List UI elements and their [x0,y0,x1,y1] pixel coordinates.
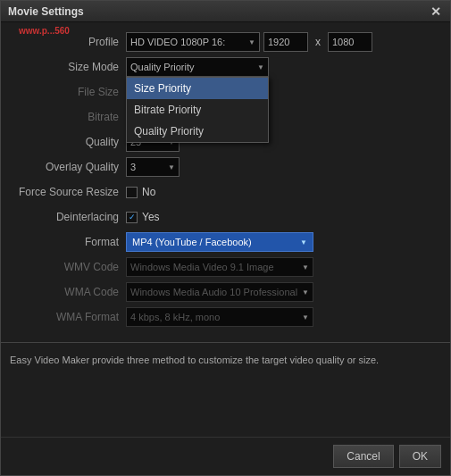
form-content: Profile HD VIDEO 1080P 16: ▼ 1920 x 1080… [1,22,450,337]
ok-button[interactable]: OK [399,445,441,468]
wma-format-label: WMA Format [10,311,126,323]
movie-settings-window: Movie Settings ✕ www.p...560 Profile HD … [0,0,451,476]
dropdown-item-quality-priority[interactable]: Quality Priority [127,121,268,142]
deinterlacing-row: Deinterlacing ✓ Yes [10,205,441,230]
footer-text: Easy Video Maker provide three method to… [1,348,450,437]
title-bar: Movie Settings ✕ [1,1,450,22]
footer-separator [1,342,450,343]
size-mode-dropdown: Size Priority Bitrate Priority Quality P… [126,77,269,143]
format-select[interactable]: MP4 (YouTube / Facebook) ▼ [126,232,313,252]
profile-controls: HD VIDEO 1080P 16: ▼ 1920 x 1080 [126,32,372,52]
deinterlacing-label: Deinterlacing [10,211,126,223]
size-mode-row: Size Mode Quality Priority ▼ Size Priori… [10,54,441,79]
watermark: www.p...560 [19,26,70,36]
deinterlacing-control: ✓ Yes [126,211,160,223]
wmv-code-select: Windows Media Video 9.1 Image ▼ [126,257,313,277]
size-mode-select[interactable]: Quality Priority ▼ [126,57,269,77]
wma-code-label: WMA Code [10,286,126,298]
overlay-quality-row: Overlay Quality 3 ▼ [10,154,441,180]
wma-code-arrow-icon: ▼ [302,288,309,296]
deinterlacing-value: Yes [142,211,160,223]
profile-select[interactable]: HD VIDEO 1080P 16: ▼ [126,32,260,52]
wmv-code-arrow-icon: ▼ [302,263,309,271]
wma-format-arrow-icon: ▼ [302,313,309,322]
force-source-label: Force Source Resize [10,186,126,198]
format-row: Format MP4 (YouTube / Facebook) ▼ [10,230,441,255]
quality-label: Quality [10,136,126,148]
dropdown-item-bitrate-priority[interactable]: Bitrate Priority [127,99,268,121]
cancel-button[interactable]: Cancel [333,445,393,468]
wma-format-select: 4 kbps, 8 kHz, mono ▼ [126,307,313,327]
profile-row: Profile HD VIDEO 1080P 16: ▼ 1920 x 1080 [10,29,441,54]
wmv-code-row: WMV Code Windows Media Video 9.1 Image ▼ [10,255,441,280]
wma-format-row: WMA Format 4 kbps, 8 kHz, mono ▼ [10,305,441,330]
width-field[interactable]: 1920 [263,32,308,52]
format-label: Format [10,236,126,248]
overlay-quality-arrow-icon: ▼ [168,163,175,171]
window-title: Movie Settings [8,5,84,18]
size-mode-label: Size Mode [10,61,126,73]
wma-code-select: Windows Media Audio 10 Professional ▼ [126,282,313,302]
size-mode-arrow-icon: ▼ [257,63,264,71]
buttons-row: Cancel OK [1,437,450,475]
file-size-label: File Size [10,86,126,98]
force-source-value: No [142,186,155,198]
force-source-row: Force Source Resize No [10,180,441,205]
resolution-separator: x [315,36,321,48]
force-source-checkbox[interactable] [126,187,138,198]
profile-arrow-icon: ▼ [248,38,255,46]
size-mode-container: Quality Priority ▼ Size Priority Bitrate… [126,57,269,77]
overlay-quality-select[interactable]: 3 ▼ [126,157,180,177]
deinterlacing-checkbox[interactable]: ✓ [126,212,138,223]
dropdown-item-size-priority[interactable]: Size Priority [127,78,268,99]
height-field[interactable]: 1080 [328,32,372,52]
close-button[interactable]: ✕ [429,5,443,18]
profile-label: Profile [10,36,126,48]
force-source-control: No [126,186,155,198]
overlay-quality-label: Overlay Quality [10,161,126,173]
wma-code-row: WMA Code Windows Media Audio 10 Professi… [10,280,441,305]
bitrate-label: Bitrate [10,111,126,123]
wmv-code-label: WMV Code [10,261,126,273]
format-arrow-icon: ▼ [300,238,307,246]
